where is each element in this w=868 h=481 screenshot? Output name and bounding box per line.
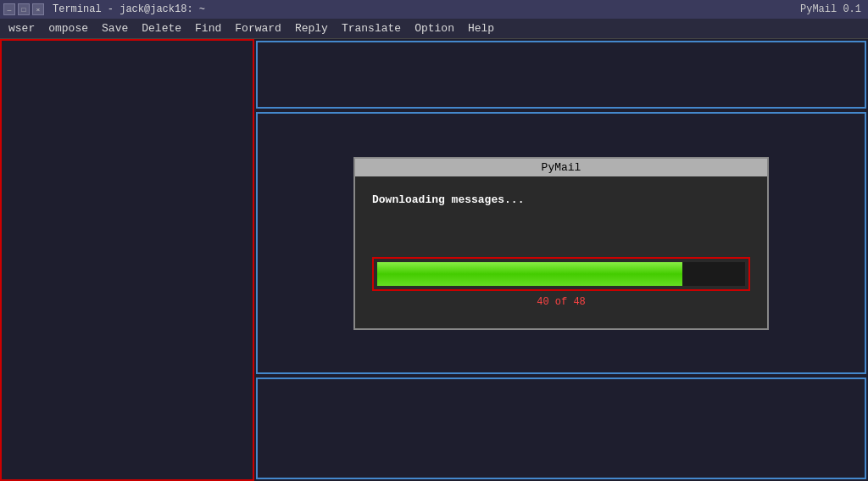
maximize-button[interactable]: □ [18,3,30,15]
dialog-message: Downloading messages... [372,193,750,206]
progress-bar-fill [377,262,682,286]
menu-item-option[interactable]: Option [408,20,461,36]
modal-overlay: PyMail Downloading messages... 40 of 48 [258,114,865,372]
menu-item-translate[interactable]: Translate [335,20,408,36]
dialog-titlebar: PyMail [355,159,767,176]
menu-bar: wser ompose Save Delete Find Forward Rep… [0,19,868,39]
menu-item-save[interactable]: Save [95,20,135,36]
menu-item-find[interactable]: Find [188,20,228,36]
close-button[interactable]: × [32,3,44,15]
menu-item-forward[interactable]: Forward [228,20,288,36]
progress-label: 40 of 48 [372,296,750,308]
menu-item-browser[interactable]: wser [2,20,42,36]
window-title: Terminal - jack@jack18: ~ [53,3,205,15]
email-bottom-area [256,378,866,479]
menu-item-reply[interactable]: Reply [288,20,335,36]
main-content: PyMail Downloading messages... 40 of 48 [0,39,868,481]
menu-item-delete[interactable]: Delete [135,20,188,36]
progress-container [372,257,750,291]
minimize-button[interactable]: — [3,3,15,15]
app-version: PyMail 0.1 [800,3,861,15]
email-header-area [256,41,866,109]
window-controls: — □ × [3,3,44,15]
menu-item-help[interactable]: Help [461,20,501,36]
progress-bar [377,262,745,286]
right-panel: PyMail Downloading messages... 40 of 48 [254,39,868,481]
menu-item-compose[interactable]: ompose [42,20,95,36]
dialog-body: Downloading messages... 40 of 48 [355,176,767,328]
email-body-area: PyMail Downloading messages... 40 of 48 [256,112,866,374]
sidebar [0,39,254,481]
progress-dialog: PyMail Downloading messages... 40 of 48 [353,157,769,330]
title-bar: — □ × Terminal - jack@jack18: ~ PyMail 0… [0,0,868,19]
